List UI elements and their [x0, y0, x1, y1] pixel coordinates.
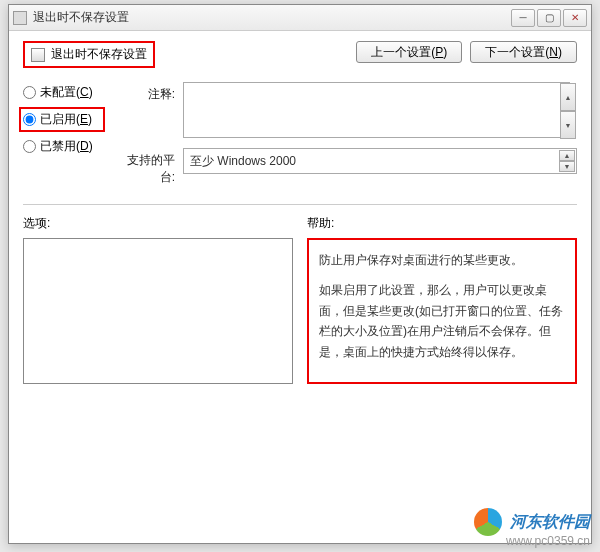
radio-enabled-input[interactable]	[23, 113, 36, 126]
watermark-brand: 河东软件园	[510, 512, 590, 533]
policy-title: 退出时不保存设置	[23, 41, 155, 68]
radio-enabled[interactable]: 已启用(E)	[19, 107, 105, 132]
next-setting-button[interactable]: 下一个设置(N)	[470, 41, 577, 63]
close-button[interactable]: ✕	[563, 9, 587, 27]
help-paragraph-2: 如果启用了此设置，那么，用户可以更改桌面，但是某些更改(如已打开窗口的位置、任务…	[319, 280, 565, 362]
minimize-button[interactable]: ─	[511, 9, 535, 27]
comment-textarea[interactable]	[183, 82, 570, 138]
platform-label: 支持的平台:	[117, 148, 175, 186]
titlebar[interactable]: 退出时不保存设置 ─ ▢ ✕	[9, 5, 591, 31]
help-paragraph-1: 防止用户保存对桌面进行的某些更改。	[319, 250, 565, 270]
platform-scroll-down[interactable]: ▼	[559, 161, 575, 172]
radio-disabled-input[interactable]	[23, 140, 36, 153]
help-label: 帮助:	[307, 215, 577, 232]
radio-not-configured-input[interactable]	[23, 86, 36, 99]
dialog-content: 退出时不保存设置 上一个设置(P) 下一个设置(N) 未配置(C) 已启用(E)	[9, 31, 591, 394]
platform-field: 至少 Windows 2000 ▲ ▼	[183, 148, 577, 174]
platform-value: 至少 Windows 2000	[190, 153, 296, 170]
options-panel	[23, 238, 293, 384]
radio-disabled[interactable]: 已禁用(D)	[23, 138, 101, 155]
policy-title-text: 退出时不保存设置	[51, 46, 147, 63]
help-panel: 防止用户保存对桌面进行的某些更改。 如果启用了此设置，那么，用户可以更改桌面，但…	[307, 238, 577, 384]
app-icon	[13, 11, 27, 25]
radio-group: 未配置(C) 已启用(E) 已禁用(D)	[23, 82, 101, 155]
watermark-url: www.pc0359.cn	[474, 534, 590, 548]
options-label: 选项:	[23, 215, 293, 232]
comment-label: 注释:	[117, 82, 175, 103]
watermark-logo-icon	[474, 508, 502, 536]
maximize-button[interactable]: ▢	[537, 9, 561, 27]
comment-scroll-up[interactable]: ▲	[560, 83, 576, 111]
window-title: 退出时不保存设置	[33, 9, 511, 26]
window-controls: ─ ▢ ✕	[511, 9, 587, 27]
divider	[23, 204, 577, 205]
watermark: 河东软件园 www.pc0359.cn	[474, 508, 590, 548]
dialog-window: 退出时不保存设置 ─ ▢ ✕ 退出时不保存设置 上一个设置(P) 下一个设置(N…	[8, 4, 592, 544]
policy-icon	[31, 48, 45, 62]
comment-scroll-down[interactable]: ▼	[560, 111, 576, 139]
radio-not-configured[interactable]: 未配置(C)	[23, 84, 101, 101]
platform-scroll-up[interactable]: ▲	[559, 150, 575, 161]
previous-setting-button[interactable]: 上一个设置(P)	[356, 41, 462, 63]
